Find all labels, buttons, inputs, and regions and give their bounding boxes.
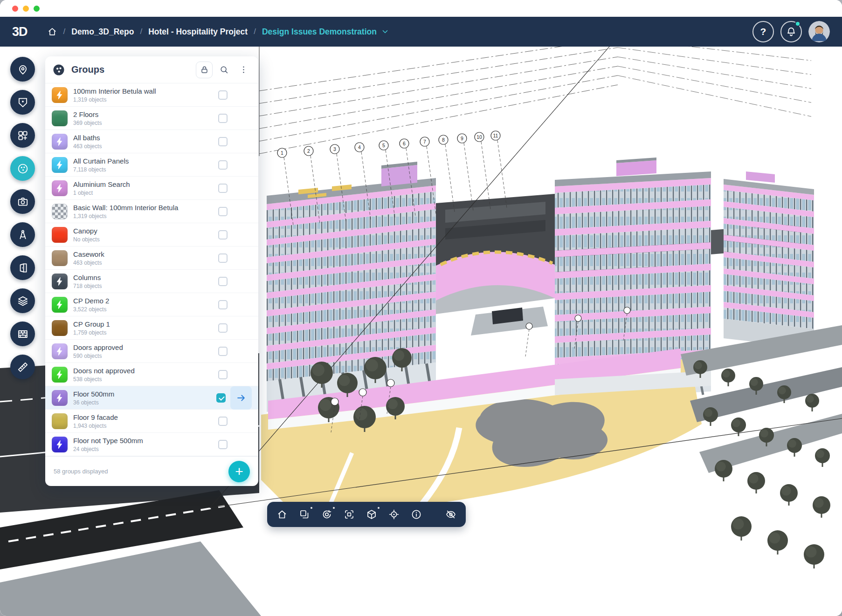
group-bolt-icon [52, 274, 68, 289]
breadcrumb-view[interactable]: Design Issues Demonstration [262, 27, 377, 37]
group-labels: Basic Wall: 100mm Interior Betula1,319 o… [73, 204, 178, 219]
group-visibility-checkbox[interactable] [218, 370, 228, 379]
help-icon: ? [760, 26, 766, 37]
group-name: Doors approved [73, 343, 123, 352]
group-row[interactable]: CP Group 11,759 objects [45, 316, 258, 340]
group-visibility-checkbox[interactable] [218, 137, 228, 146]
sidebar-measure-button[interactable] [10, 355, 35, 379]
add-group-button[interactable]: + [228, 461, 250, 482]
group-visibility-checkbox[interactable] [218, 417, 228, 426]
group-row[interactable]: Doors approved590 objects [45, 340, 258, 363]
group-name: CP Group 1 [73, 320, 110, 329]
group-count: 463 objects [73, 143, 102, 150]
group-open-arrow-button[interactable] [230, 386, 252, 410]
sidebar-camera-button[interactable] [10, 189, 35, 214]
group-row[interactable]: CP Demo 23,522 objects [45, 293, 258, 316]
group-visibility-checkbox[interactable] [218, 184, 228, 193]
viewer-home-button[interactable] [271, 503, 293, 526]
close-button[interactable] [12, 6, 18, 12]
viewer-hide-button[interactable] [440, 503, 462, 526]
notification-dot [795, 21, 801, 27]
group-count: 538 objects [73, 376, 135, 383]
app-logo: 3D [12, 25, 28, 39]
group-visibility-checkbox[interactable] [218, 300, 228, 309]
group-row[interactable]: CanopyNo objects [45, 223, 258, 246]
group-color-icon [52, 227, 68, 243]
groups-panel-header: Groups [45, 56, 258, 83]
groups-icon [17, 163, 29, 175]
sidebar-issues-button[interactable] [10, 90, 35, 115]
orbit-icon [321, 509, 332, 520]
viewer-views-button[interactable] [293, 503, 316, 526]
breadcrumb-project[interactable]: Hotel - Hospitality Project [148, 27, 248, 37]
section-icon [366, 509, 377, 520]
group-name: All Curtain Panels [73, 157, 129, 165]
viewer-info-button[interactable] [405, 503, 428, 526]
group-visibility-checkbox[interactable] [218, 277, 228, 286]
group-count: 1 object [73, 190, 130, 196]
group-row[interactable]: 100mm Interior Betula wall1,319 objects [45, 83, 258, 107]
group-labels: Floor 9 facade1,943 objects [73, 413, 118, 429]
sidebar-groups-button[interactable] [10, 156, 35, 181]
group-labels: CP Group 11,759 objects [73, 320, 110, 336]
sidebar-add-view-button[interactable] [10, 123, 35, 148]
sidebar-location-button[interactable] [10, 57, 35, 82]
group-visibility-checkbox[interactable] [218, 230, 228, 240]
group-row[interactable]: Floor 500mm36 objects [45, 386, 258, 410]
group-bolt-icon [52, 367, 68, 383]
group-visibility-checkbox[interactable] [218, 207, 228, 216]
group-row[interactable]: Aluminium Search1 object [45, 177, 258, 200]
group-visibility-checkbox[interactable] [218, 347, 228, 356]
group-visibility-checkbox[interactable] [218, 253, 228, 263]
group-row[interactable]: Floor not Type 500mm24 objects [45, 433, 258, 456]
group-name: Floor 9 facade [73, 413, 118, 422]
group-row[interactable]: Doors not approved538 objects [45, 363, 258, 386]
group-visibility-checkbox[interactable] [216, 393, 226, 403]
notifications-button[interactable] [780, 21, 802, 42]
avatar[interactable] [808, 21, 830, 42]
group-visibility-checkbox[interactable] [218, 323, 228, 333]
help-button[interactable]: ? [752, 21, 774, 42]
groups-more-button[interactable] [235, 62, 252, 78]
group-row[interactable]: All Curtain Panels7,118 objects [45, 153, 258, 177]
group-count: No objects [73, 236, 100, 243]
svg-text:1: 1 [281, 150, 283, 156]
group-row[interactable]: Casework463 objects [45, 246, 258, 270]
minimize-button[interactable] [23, 6, 29, 12]
sidebar-doors-button[interactable] [10, 255, 35, 280]
group-row[interactable]: Floor 9 facade1,943 objects [45, 410, 258, 433]
group-row[interactable]: 2 Floors369 objects [45, 107, 258, 130]
groups-search-button[interactable] [215, 62, 232, 78]
chevron-down-icon[interactable] [381, 27, 389, 36]
viewer-locate-button[interactable] [383, 503, 405, 526]
group-labels: Aluminium Search1 object [73, 180, 130, 196]
hide-icon [445, 509, 456, 520]
group-visibility-checkbox[interactable] [218, 90, 228, 100]
sidebar-tools-button[interactable] [10, 222, 35, 247]
breadcrumb-repo[interactable]: Demo_3D_Repo [71, 27, 134, 37]
breadcrumb: / Demo_3D_Repo / Hotel - Hospitality Pro… [47, 27, 389, 37]
viewer-orbit-button[interactable] [316, 503, 338, 526]
sidebar-layers-button[interactable] [10, 288, 35, 313]
issues-icon [17, 96, 29, 109]
group-visibility-checkbox[interactable] [218, 160, 228, 170]
viewer-fit-button[interactable] [338, 503, 360, 526]
group-name: All baths [73, 134, 102, 142]
group-labels: 100mm Interior Betula wall1,319 objects [73, 87, 156, 103]
group-visibility-checkbox[interactable] [218, 440, 228, 449]
svg-text:2: 2 [307, 148, 310, 154]
group-row[interactable]: Basic Wall: 100mm Interior Betula1,319 o… [45, 200, 258, 223]
zoom-button[interactable] [34, 6, 40, 12]
group-bolt-icon [52, 437, 68, 452]
sidebar-wall-button[interactable] [10, 322, 35, 346]
group-row[interactable]: All baths463 objects [45, 130, 258, 153]
group-row[interactable]: Columns718 objects [45, 270, 258, 293]
group-count: 1,943 objects [73, 423, 118, 429]
viewer-section-button[interactable] [360, 503, 383, 526]
home-icon[interactable] [47, 27, 57, 37]
group-bolt-icon [52, 87, 68, 103]
group-bolt-icon [52, 390, 68, 406]
groups-lock-button[interactable] [196, 62, 213, 78]
group-visibility-checkbox[interactable] [218, 114, 228, 123]
doors-icon [17, 262, 29, 274]
